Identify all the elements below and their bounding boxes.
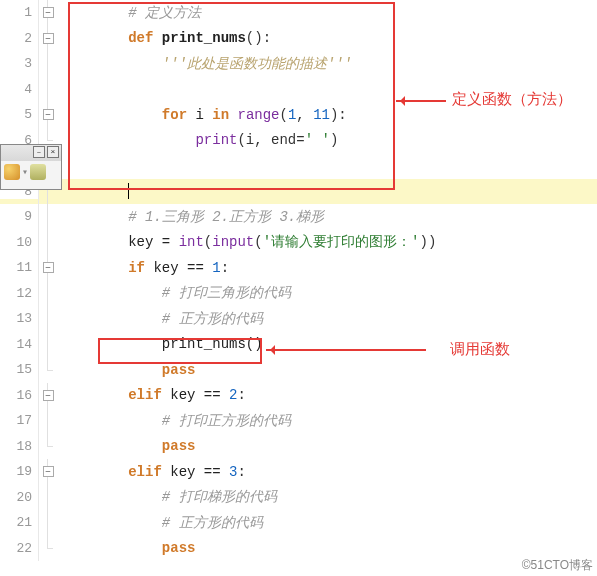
fold-gutter[interactable] (39, 434, 57, 460)
line-number: 15 (0, 362, 38, 377)
line-number: 22 (0, 541, 38, 556)
code-line[interactable]: 16− elif key == 2: (0, 383, 597, 409)
code-content[interactable]: # 打印正方形的代码 (57, 412, 597, 430)
code-content[interactable]: # 正方形的代码 (57, 514, 597, 532)
line-number: 5 (0, 107, 38, 122)
code-content[interactable]: print(i, end=' ') (57, 132, 597, 148)
annotation-define: 定义函数（方法） (452, 90, 572, 109)
code-line[interactable]: 17 # 打印正方形的代码 (0, 408, 597, 434)
line-number: 2 (0, 31, 38, 46)
fold-gutter[interactable] (39, 408, 57, 434)
code-content[interactable]: # 正方形的代码 (57, 310, 597, 328)
line-number: 11 (0, 260, 38, 275)
fold-minus-icon[interactable]: − (43, 33, 54, 44)
fold-gutter[interactable] (39, 281, 57, 307)
watermark: ©51CTO博客 (522, 557, 593, 574)
arrow-define (396, 100, 446, 102)
fold-gutter[interactable] (39, 230, 57, 256)
fold-gutter[interactable]: − (39, 102, 57, 128)
code-line[interactable]: 3 '''此处是函数功能的描述''' (0, 51, 597, 77)
annotation-call: 调用函数 (450, 340, 510, 359)
line-number: 12 (0, 286, 38, 301)
fold-gutter[interactable] (39, 332, 57, 358)
line-number: 1 (0, 5, 38, 20)
line-number: 9 (0, 209, 38, 224)
line-number: 14 (0, 337, 38, 352)
line-number: 10 (0, 235, 38, 250)
code-content[interactable] (57, 183, 597, 199)
fold-minus-icon[interactable]: − (43, 7, 54, 18)
code-line[interactable]: 19− elif key == 3: (0, 459, 597, 485)
code-line[interactable]: 21 # 正方形的代码 (0, 510, 597, 536)
code-line[interactable]: 22 pass (0, 536, 597, 562)
code-line[interactable]: 7 (0, 153, 597, 179)
code-content[interactable]: # 1.三角形 2.正方形 3.梯形 (57, 208, 597, 226)
line-number: 18 (0, 439, 38, 454)
code-content[interactable]: key = int(input('请输入要打印的图形：')) (57, 233, 597, 251)
fold-gutter[interactable]: − (39, 459, 57, 485)
code-line[interactable]: 12 # 打印三角形的代码 (0, 281, 597, 307)
code-line[interactable]: 11− if key == 1: (0, 255, 597, 281)
arrow-call (266, 349, 426, 351)
code-content[interactable]: for i in range(1, 11): (57, 107, 597, 123)
code-content[interactable]: pass (57, 438, 597, 454)
fold-minus-icon[interactable]: − (43, 262, 54, 273)
wrench-icon (30, 164, 46, 180)
line-number: 16 (0, 388, 38, 403)
code-content[interactable]: # 打印三角形的代码 (57, 284, 597, 302)
code-content[interactable]: if key == 1: (57, 260, 597, 276)
floating-tool-window: –× ▾ (0, 144, 62, 190)
fold-minus-icon[interactable]: − (43, 466, 54, 477)
code-line[interactable]: 8 (0, 179, 597, 205)
line-number: 17 (0, 413, 38, 428)
fold-gutter[interactable] (39, 510, 57, 536)
palette-icon (4, 164, 20, 180)
line-number: 4 (0, 82, 38, 97)
fold-gutter[interactable] (39, 357, 57, 383)
code-content[interactable]: elif key == 3: (57, 464, 597, 480)
line-number: 21 (0, 515, 38, 530)
code-line[interactable]: 15 pass (0, 357, 597, 383)
line-number: 13 (0, 311, 38, 326)
fold-gutter[interactable]: − (39, 0, 57, 26)
fold-gutter[interactable]: − (39, 255, 57, 281)
code-content[interactable]: pass (57, 362, 597, 378)
code-line[interactable]: 9 # 1.三角形 2.正方形 3.梯形 (0, 204, 597, 230)
fold-gutter[interactable] (39, 204, 57, 230)
fold-gutter[interactable] (39, 306, 57, 332)
code-line[interactable]: 2− def print_nums(): (0, 26, 597, 52)
fold-gutter[interactable] (39, 51, 57, 77)
code-line[interactable]: 10 key = int(input('请输入要打印的图形：')) (0, 230, 597, 256)
code-line[interactable]: 20 # 打印梯形的代码 (0, 485, 597, 511)
fold-minus-icon[interactable]: − (43, 109, 54, 120)
code-content[interactable]: # 定义方法 (57, 4, 597, 22)
code-content[interactable]: elif key == 2: (57, 387, 597, 403)
code-editor[interactable]: 1− # 定义方法2− def print_nums():3 '''此处是函数功… (0, 0, 597, 561)
code-content[interactable]: pass (57, 540, 597, 556)
fold-minus-icon[interactable]: − (43, 390, 54, 401)
code-content[interactable]: '''此处是函数功能的描述''' (57, 55, 597, 73)
fold-gutter[interactable] (39, 77, 57, 103)
code-line[interactable]: 1− # 定义方法 (0, 0, 597, 26)
line-number: 3 (0, 56, 38, 71)
fold-gutter[interactable]: − (39, 383, 57, 409)
line-number: 20 (0, 490, 38, 505)
code-line[interactable]: 18 pass (0, 434, 597, 460)
code-line[interactable]: 13 # 正方形的代码 (0, 306, 597, 332)
text-cursor (128, 183, 129, 199)
line-number: 19 (0, 464, 38, 479)
fold-gutter[interactable] (39, 536, 57, 562)
code-content[interactable]: def print_nums(): (57, 30, 597, 46)
fold-gutter[interactable] (39, 485, 57, 511)
code-line[interactable]: 6 print(i, end=' ') (0, 128, 597, 154)
code-content[interactable]: # 打印梯形的代码 (57, 488, 597, 506)
fold-gutter[interactable]: − (39, 26, 57, 52)
